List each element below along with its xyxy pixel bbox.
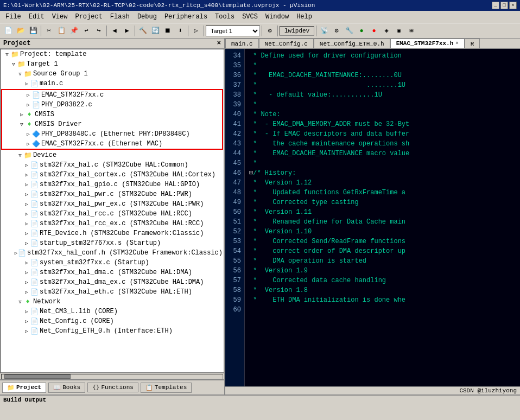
tree-phy-c[interactable]: ▷ 📄 PHY_DP83822.c xyxy=(2,100,222,110)
menu-window[interactable]: Window xyxy=(262,12,292,22)
tab-project[interactable]: 📁 Project xyxy=(2,383,46,393)
tree-expand-system[interactable]: ▷ xyxy=(23,259,30,266)
manage-button[interactable]: ⚙ xyxy=(264,25,276,37)
download-button[interactable]: ⬇ xyxy=(174,25,186,37)
menu-project[interactable]: Project xyxy=(72,12,105,22)
tree-expand-netconfig[interactable]: ▷ xyxy=(23,318,30,324)
tab-templates[interactable]: 📋 Templates xyxy=(141,383,192,393)
run-button[interactable]: ● xyxy=(356,25,367,37)
close-button[interactable]: × xyxy=(509,2,517,9)
tree-expand-dma[interactable]: ▷ xyxy=(23,269,30,276)
tab-functions[interactable]: {} Functions xyxy=(87,383,138,392)
tree-cmsis[interactable]: ▷ ♦ CMSIS xyxy=(2,110,222,119)
tree-expand-sg1[interactable]: ▽ xyxy=(17,71,23,77)
tree-hal-gpio[interactable]: ▷ 📄 stm32f7xx_hal_gpio.c (STM32Cube HAL:… xyxy=(1,180,224,189)
cut-button[interactable]: ✂ xyxy=(43,25,55,37)
tree-expand-root[interactable]: ▽ xyxy=(4,51,10,58)
tree-network[interactable]: ▽ ♦ Network xyxy=(1,297,224,307)
tree-hal-pwr-ex[interactable]: ▷ 📄 stm32f7xx_hal_pwr_ex.c (STM32Cube HA… xyxy=(1,199,224,209)
tree-expand-eth[interactable]: ▷ xyxy=(23,289,30,295)
tree-startup[interactable]: ▷ 📄 startup_stm32f767xx.s (Startup) xyxy=(1,238,224,248)
title-controls[interactable]: _ □ × xyxy=(492,2,517,9)
tree-expand-target1[interactable]: ▽ xyxy=(10,61,17,67)
tree-expand-conf[interactable]: ▷ xyxy=(14,250,18,256)
redo-button[interactable]: ↪ xyxy=(93,25,105,37)
tree-expand-pwr-ex[interactable]: ▷ xyxy=(23,201,30,207)
tree-expand-cmsis[interactable]: ▷ xyxy=(18,111,25,118)
tab-mainc[interactable]: main.c xyxy=(225,39,259,48)
menu-view[interactable]: View xyxy=(49,12,71,22)
tab-close-icon[interactable]: × xyxy=(455,41,458,46)
tree-expand-network[interactable]: ▽ xyxy=(17,298,23,305)
paste-button[interactable]: 📌 xyxy=(68,25,80,37)
tree-device[interactable]: ▽ 📁 Device xyxy=(1,150,224,160)
tree-hal-cortex[interactable]: ▷ 📄 stm32f7xx_hal_cortex.c (STM32Cube HA… xyxy=(1,170,224,180)
open-button[interactable]: 📂 xyxy=(15,25,27,37)
tree-netconfigeth[interactable]: ▷ 📄 Net_Config_ETH_0.h (Interface:ETH) xyxy=(1,326,224,336)
tree-mainc[interactable]: ▷ 📄 main.c xyxy=(1,79,224,88)
tree-expand-dma-ex[interactable]: ▷ xyxy=(23,279,30,285)
tree-hal-rcc-ex[interactable]: ▷ 📄 stm32f7xx_hal_rcc_ex.c (STM32Cube HA… xyxy=(1,219,224,228)
btn-extra3[interactable]: ⊞ xyxy=(405,25,417,37)
menu-tools[interactable]: Tools xyxy=(212,12,238,22)
code-area[interactable]: 3435363738394041424344454647484950515253… xyxy=(225,49,520,386)
stop2-button[interactable]: ● xyxy=(368,25,380,37)
tab-books[interactable]: 📖 Books xyxy=(48,383,85,393)
btn-extra1[interactable]: ◈ xyxy=(381,25,392,37)
tree-emac2-c[interactable]: ▷ 🔷 EMAC_STM32F7xx.c (Ethernet MAC) xyxy=(2,139,222,149)
target-select[interactable]: Target 1 xyxy=(206,26,260,36)
tree-phy2-c[interactable]: ▷ 🔷 PHY_DP83848C.c (Ethernet PHY:DP83848… xyxy=(2,129,222,139)
menu-debug[interactable]: Debug xyxy=(134,12,160,22)
wifi-button[interactable]: 📡 xyxy=(318,25,330,37)
tree-expand-rcc-ex[interactable]: ▷ xyxy=(23,220,30,227)
tree-root[interactable]: ▽ 📁 Project: template xyxy=(1,49,224,59)
tree-expand-netlib[interactable]: ▷ xyxy=(23,308,30,315)
copy-button[interactable]: 📋 xyxy=(55,25,67,37)
tree-expand-phy[interactable]: ▷ xyxy=(25,101,31,108)
tree-expand-cmsis-driver[interactable]: ▽ xyxy=(18,121,25,128)
tree-expand-phy2[interactable]: ▷ xyxy=(25,131,31,137)
tree-hal-pwr[interactable]: ▷ 📄 stm32f7xx_hal_pwr.c (STM32Cube HAL:P… xyxy=(1,189,224,199)
tree-expand-cortex[interactable]: ▷ xyxy=(23,171,30,178)
project-tree[interactable]: ▽ 📁 Project: template ▽ 📁 Target 1 ▽ 📁 S… xyxy=(0,49,224,373)
tree-expand-netconfigeth[interactable]: ▷ xyxy=(23,328,30,334)
tree-hal-rcc[interactable]: ▷ 📄 stm32f7xx_hal_rcc.c (STM32Cube HAL:R… xyxy=(1,209,224,219)
tree-netconfig[interactable]: ▷ 📄 Net_Config.c (CORE) xyxy=(1,316,224,326)
tree-rte-device[interactable]: ▷ 📄 RTE_Device.h (STM32Cube Framework:Cl… xyxy=(1,228,224,238)
tree-expand-rte[interactable]: ▷ xyxy=(23,230,30,237)
maximize-button[interactable]: □ xyxy=(500,2,508,9)
rebuild-button[interactable]: 🔄 xyxy=(149,25,161,37)
tree-netlib[interactable]: ▷ 📄 Net_CM3_L.lib (CORE) xyxy=(1,307,224,316)
tree-cmsis-driver[interactable]: ▽ ♦ CMSIS Driver xyxy=(2,119,222,129)
menu-edit[interactable]: Edit xyxy=(26,12,48,22)
tree-expand-gpio[interactable]: ▷ xyxy=(23,181,30,188)
code-content[interactable]: * Define used for driver configuration *… xyxy=(245,49,520,386)
tree-expand-mainc[interactable]: ▷ xyxy=(23,80,30,87)
menu-file[interactable]: File xyxy=(2,12,24,22)
tree-expand-hal[interactable]: ▷ xyxy=(23,162,30,168)
save-button[interactable]: 💾 xyxy=(27,25,39,37)
tree-expand-emac2[interactable]: ▷ xyxy=(25,141,31,147)
undo-button[interactable]: ↩ xyxy=(80,25,92,37)
tree-hal[interactable]: ▷ 📄 stm32f7xx_hal.c (STM32Cube HAL:Commo… xyxy=(1,160,224,170)
tab-netconfig[interactable]: Net_Config.c xyxy=(259,39,314,48)
options-button[interactable]: 🔧 xyxy=(343,25,355,37)
tree-scrollbar-h[interactable] xyxy=(0,373,224,379)
nav-back-button[interactable]: ◀ xyxy=(109,25,121,37)
new-file-button[interactable]: 📄 xyxy=(2,25,14,37)
menu-svcs[interactable]: SVCS xyxy=(239,12,261,22)
tree-expand-pwr[interactable]: ▷ xyxy=(23,191,30,198)
project-panel-close[interactable]: × xyxy=(217,40,221,47)
build-button[interactable]: 🔨 xyxy=(137,25,149,37)
tree-hal-conf[interactable]: ▷ 📄 stm32f7xx_hal_conf.h (STM32Cube Fram… xyxy=(1,248,224,258)
tree-hal-dma[interactable]: ▷ 📄 stm32f7xx_hal_dma.c (STM32Cube HAL:D… xyxy=(1,268,224,277)
tab-emac-h[interactable]: EMAC_STM32F7xx.h × xyxy=(390,39,465,48)
menu-help[interactable]: Help xyxy=(293,12,315,22)
tab-netconfigeth[interactable]: Net_Config_ETH_0.h xyxy=(314,39,390,48)
tree-expand-emac[interactable]: ▷ xyxy=(25,92,31,98)
menu-peripherals[interactable]: Peripherals xyxy=(161,12,211,22)
tree-expand-device[interactable]: ▽ xyxy=(17,152,23,158)
tree-expand-rcc[interactable]: ▷ xyxy=(23,211,30,217)
tab-r[interactable]: R xyxy=(465,39,480,48)
tree-sourcegroup1[interactable]: ▽ 📁 Source Group 1 xyxy=(1,69,224,79)
